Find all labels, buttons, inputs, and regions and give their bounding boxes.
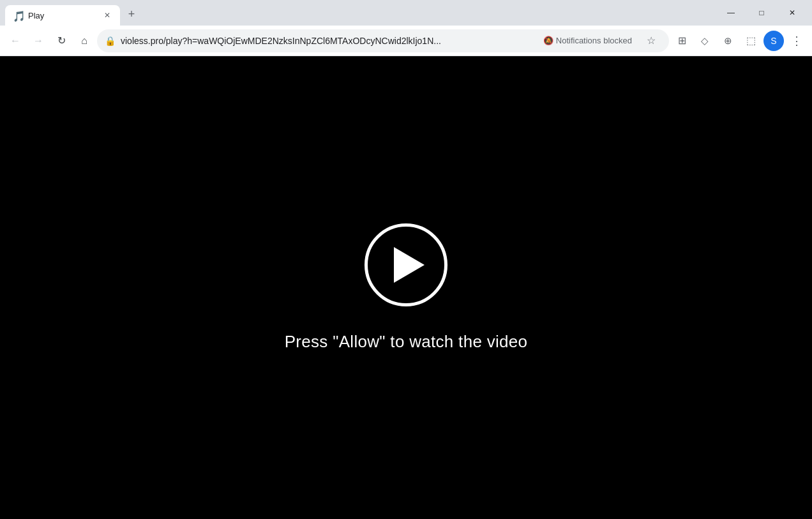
play-button-container[interactable] xyxy=(365,223,447,306)
notifications-blocked-label: Notifications blocked xyxy=(556,36,632,45)
bookmark-button[interactable]: ☆ xyxy=(641,31,661,51)
video-prompt-text: Press "Allow" to watch the video xyxy=(285,332,528,352)
extension-icon-2: ⊕ xyxy=(724,35,732,47)
tab-close-button[interactable]: ✕ xyxy=(102,10,112,20)
extensions-button[interactable]: ⊞ xyxy=(672,31,692,51)
tab-title: Play xyxy=(28,11,97,20)
window-controls: — □ ✕ xyxy=(716,3,807,23)
reload-button[interactable]: ↻ xyxy=(51,31,71,51)
extension-icon-1: ◇ xyxy=(701,35,709,47)
tab-strip: 🎵 Play ✕ + xyxy=(5,0,716,26)
notifications-blocked-indicator[interactable]: 🔕 Notifications blocked xyxy=(539,32,636,50)
lock-icon: 🔒 xyxy=(105,36,116,46)
screenshot-icon: ⬚ xyxy=(746,34,756,47)
active-tab[interactable]: 🎵 Play ✕ xyxy=(5,5,120,26)
tab-favicon: 🎵 xyxy=(13,10,23,20)
back-button[interactable]: ← xyxy=(5,31,26,51)
home-button[interactable]: ⌂ xyxy=(74,31,94,51)
navigation-bar: ← → ↻ ⌂ 🔒 violess.pro/play?h=waWQiOjEwMD… xyxy=(0,26,812,56)
new-tab-button[interactable]: + xyxy=(123,5,140,23)
close-button[interactable]: ✕ xyxy=(778,3,807,23)
page-content: Press "Allow" to watch the video xyxy=(0,56,812,519)
puzzle-icon: ⊞ xyxy=(678,34,686,47)
maximize-button[interactable]: □ xyxy=(747,3,776,23)
minimize-button[interactable]: — xyxy=(716,3,746,23)
bell-slash-icon: 🔕 xyxy=(543,36,553,45)
title-bar: 🎵 Play ✕ + — □ ✕ xyxy=(0,0,812,26)
play-triangle-icon xyxy=(394,247,425,283)
play-circle[interactable] xyxy=(365,223,447,306)
url-text: violess.pro/play?h=waWQiOjEwMDE2NzksInNp… xyxy=(121,36,534,46)
extension-button-1[interactable]: ◇ xyxy=(695,31,715,51)
screenshot-button[interactable]: ⬚ xyxy=(741,31,761,51)
forward-button[interactable]: → xyxy=(28,31,49,51)
chrome-menu-button[interactable]: ⋮ xyxy=(786,31,807,51)
address-bar[interactable]: 🔒 violess.pro/play?h=waWQiOjEwMDE2NzksIn… xyxy=(97,29,669,52)
profile-button[interactable]: S xyxy=(763,31,784,51)
extension-button-2[interactable]: ⊕ xyxy=(718,31,738,51)
